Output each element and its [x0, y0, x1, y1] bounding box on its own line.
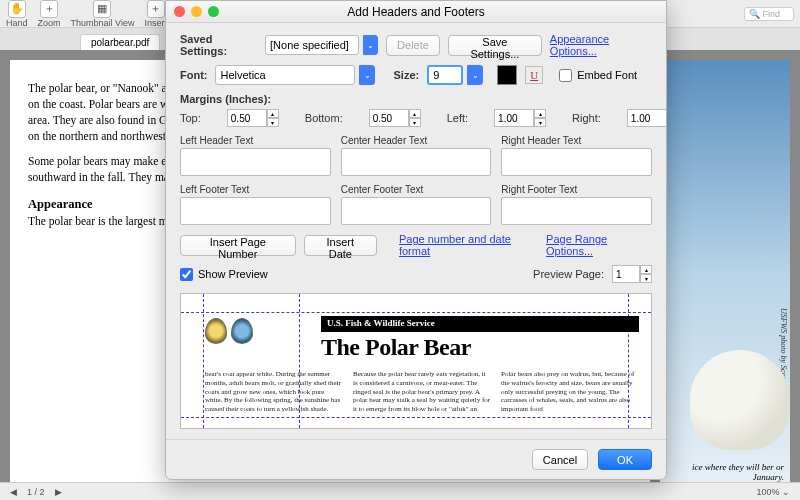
chevron-up-icon: ▴	[640, 265, 652, 274]
preview-pane: U.S. Fish & Wildlife Service The Polar B…	[180, 293, 652, 429]
chevron-down-icon[interactable]: ⌄	[359, 65, 375, 85]
preview-column: Because the polar bear rarely eats veget…	[353, 370, 491, 420]
chevron-down-icon: ▾	[267, 118, 279, 127]
minimize-icon[interactable]	[191, 6, 202, 17]
find-input[interactable]: 🔍 Find	[744, 7, 794, 21]
preview-column: Polar bears also prey on walrus, but, be…	[501, 370, 639, 420]
embed-font-checkbox[interactable]: Embed Font	[559, 69, 637, 82]
cancel-button[interactable]: Cancel	[532, 449, 588, 470]
insert-date-button[interactable]: Insert Date	[304, 235, 377, 256]
margin-top-label: Top:	[180, 112, 201, 124]
photo-caption: ice where they will ber or January.	[660, 462, 784, 482]
document-photo: USFWS photo by Scott Schliebe ice where …	[660, 60, 790, 490]
margin-right-input[interactable]: ▴▾	[627, 109, 666, 127]
font-size-input[interactable]	[427, 65, 463, 85]
hand-icon: ✋	[8, 0, 26, 18]
preview-title: The Polar Bear	[321, 334, 471, 361]
nav-next-icon[interactable]: ▶	[55, 487, 62, 497]
center-header-input[interactable]	[341, 148, 492, 176]
left-footer-input[interactable]	[180, 197, 331, 225]
font-label: Font:	[180, 69, 207, 81]
zoom-indicator[interactable]: 100% ⌄	[756, 487, 790, 497]
nav-prev-icon[interactable]: ◀	[10, 487, 17, 497]
chevron-down-icon: ▾	[534, 118, 546, 127]
show-preview-checkbox[interactable]: Show Preview	[180, 268, 268, 281]
page-indicator: 1 / 2	[27, 487, 45, 497]
seal-icon	[205, 318, 253, 344]
chevron-up-icon: ▴	[534, 109, 546, 118]
maximize-icon[interactable]	[208, 6, 219, 17]
close-icon[interactable]	[174, 6, 185, 17]
status-bar: ◀ 1 / 2 ▶ 100% ⌄	[0, 482, 800, 500]
preview-column: bear's coat appear white. During the sum…	[205, 370, 343, 420]
center-header-label: Center Header Text	[341, 135, 492, 146]
preview-agency-bar: U.S. Fish & Wildlife Service	[321, 316, 639, 332]
margin-right-label: Right:	[572, 112, 601, 124]
saved-settings-label: Saved Settings:	[180, 33, 257, 57]
chevron-down-icon: ▾	[640, 274, 652, 283]
file-tab[interactable]: polarbear.pdf	[80, 34, 160, 50]
left-footer-label: Left Footer Text	[180, 184, 331, 195]
font-color-swatch[interactable]	[497, 65, 517, 85]
margins-label: Margins (Inches):	[180, 93, 652, 105]
right-footer-label: Right Footer Text	[501, 184, 652, 195]
tool-insert[interactable]: ＋Insert	[144, 0, 167, 28]
margin-bottom-input[interactable]: ▴▾	[369, 109, 421, 127]
saved-settings-select[interactable]: [None specified]	[265, 35, 359, 55]
left-header-label: Left Header Text	[180, 135, 331, 146]
ok-button[interactable]: OK	[598, 449, 652, 470]
size-label: Size:	[393, 69, 419, 81]
left-header-input[interactable]	[180, 148, 331, 176]
page-range-options-link[interactable]: Page Range Options...	[546, 233, 652, 257]
font-select[interactable]: Helvetica	[215, 65, 355, 85]
right-header-input[interactable]	[501, 148, 652, 176]
right-header-label: Right Header Text	[501, 135, 652, 146]
chevron-down-icon[interactable]: ⌄	[363, 35, 378, 55]
insert-page-number-button[interactable]: Insert Page Number	[180, 235, 296, 256]
underline-toggle[interactable]: U	[525, 66, 543, 84]
page-number-format-link[interactable]: Page number and date format	[399, 233, 538, 257]
chevron-up-icon: ▴	[267, 109, 279, 118]
appearance-options-link[interactable]: Appearance Options...	[550, 33, 652, 57]
center-footer-label: Center Footer Text	[341, 184, 492, 195]
margin-left-input[interactable]: ▴▾	[494, 109, 546, 127]
grid-icon: ▦	[93, 0, 111, 18]
headers-footers-dialog: Add Headers and Footers Saved Settings: …	[165, 0, 667, 480]
preview-page-label: Preview Page:	[533, 268, 604, 280]
margin-left-label: Left:	[447, 112, 468, 124]
margin-bottom-label: Bottom:	[305, 112, 343, 124]
chevron-up-icon: ▴	[409, 109, 421, 118]
dialog-titlebar: Add Headers and Footers	[166, 1, 666, 23]
chevron-down-icon: ▾	[409, 118, 421, 127]
margin-top-input[interactable]: ▴▾	[227, 109, 279, 127]
save-settings-button[interactable]: Save Settings...	[448, 35, 542, 56]
preview-page-input[interactable]: ▴▾	[612, 265, 652, 283]
chevron-down-icon[interactable]: ⌄	[467, 65, 483, 85]
center-footer-input[interactable]	[341, 197, 492, 225]
right-footer-input[interactable]	[501, 197, 652, 225]
dialog-title: Add Headers and Footers	[347, 5, 484, 19]
photo-credit: USFWS photo by Scott Schliebe	[779, 308, 788, 410]
tool-hand[interactable]: ✋Hand	[6, 0, 28, 28]
zoom-icon: ＋	[40, 0, 58, 18]
delete-button[interactable]: Delete	[386, 35, 440, 56]
window-controls	[174, 6, 219, 17]
plus-icon: ＋	[147, 0, 165, 18]
tool-thumbnail[interactable]: ▦Thumbnail View	[71, 0, 135, 28]
tool-zoom[interactable]: ＋Zoom	[38, 0, 61, 28]
